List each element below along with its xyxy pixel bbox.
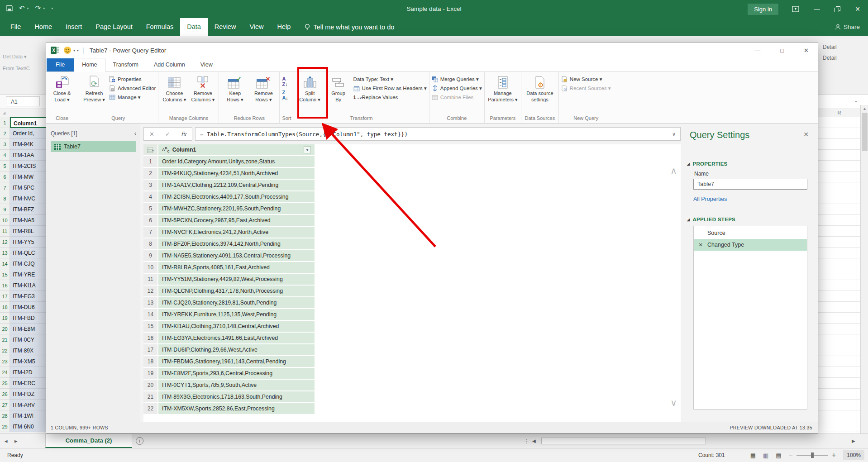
scroll-up-arrow-icon[interactable]: ▲ — [861, 106, 868, 111]
hscroll-left-icon[interactable]: ◀ — [532, 434, 536, 448]
grid-cell[interactable]: ITM-MWHZC,Stationery,2201,95,South,Pendi… — [158, 203, 315, 215]
excel-ribbon-tab[interactable]: Help — [271, 18, 298, 36]
use-first-row-as-headers-button[interactable]: Use First Row as Headers ▾ — [353, 85, 427, 92]
zoom-level[interactable]: 100% — [843, 450, 864, 460]
sort-descending-button[interactable]: ZA↓ — [282, 90, 288, 100]
grid-row[interactable]: 10 ITM-R8LRA,Sports,4085,161,East,Archiv… — [143, 262, 315, 274]
grid-row[interactable]: 8 ITM-BFZ0F,Electronics,3974,142,North,P… — [143, 238, 315, 250]
ribbon-display-options-icon[interactable] — [792, 6, 799, 12]
sort-ascending-button[interactable]: AZ↓ — [282, 76, 288, 87]
formula-expand-icon[interactable]: ∨ — [672, 131, 676, 137]
query-name-input[interactable] — [693, 179, 807, 190]
refresh-preview-button[interactable]: ⟳ Refresh Preview ▾ — [81, 73, 108, 103]
formula-cancel-icon[interactable]: ✕ — [149, 131, 154, 138]
grid-row[interactable]: 20 ITM-0CYT1,Sports,785,9,South,Active — [143, 380, 315, 391]
grid-scroll-up-icon[interactable]: ∧ — [670, 165, 677, 176]
page-layout-view-icon[interactable]: ▥ — [763, 452, 768, 459]
excel-ribbon-tab[interactable]: Data — [180, 18, 208, 36]
replace-values-button[interactable]: 1→2 Replace Values — [353, 94, 427, 101]
append-queries-button[interactable]: Append Queries ▾ — [432, 85, 482, 92]
close-and-load-button[interactable]: Close & Load ▾ — [48, 73, 76, 103]
applied-steps-section-header[interactable]: ◢ APPLIED STEPS — [687, 217, 735, 222]
excel-ribbon-tab[interactable]: Insert — [59, 18, 89, 36]
applied-step-item[interactable]: Source — [694, 227, 807, 239]
restore-button[interactable] — [835, 6, 840, 12]
grid-scroll-down-icon[interactable]: ∨ — [670, 397, 677, 408]
formula-bar-expand-icon[interactable]: ⌄ — [854, 98, 858, 104]
grid-cell[interactable]: ITM-5PCXN,Grocery,2967,95,East,Archived — [158, 215, 315, 227]
zoom-in-button[interactable]: + — [832, 451, 836, 459]
zoom-slider-thumb[interactable] — [811, 452, 814, 458]
grid-row[interactable]: 16 ITM-EG3YA,Electronics,1491,66,East,Ar… — [143, 333, 315, 344]
zoom-out-button[interactable]: − — [789, 451, 793, 459]
zoom-slider[interactable] — [796, 455, 828, 456]
grid-row[interactable]: 7 ITM-NVCFK,Electronics,241,2,North,Acti… — [143, 227, 315, 238]
grid-cell[interactable]: ITM-FBDMG,Stationery,1961,143,Central,Pe… — [158, 356, 315, 368]
grid-row[interactable]: 9 ITM-NA5E5,Stationery,4091,153,Central,… — [143, 250, 315, 262]
grid-row[interactable]: 13 ITM-CJQ20,Stationery,2819,81,South,Pe… — [143, 297, 315, 309]
excel-ribbon-tab[interactable]: File — [4, 18, 28, 36]
remove-step-icon[interactable]: ✕ — [694, 242, 707, 248]
grid-cell[interactable]: ITM-QLCNP,Clothing,4317,178,North,Proces… — [158, 286, 315, 297]
name-box[interactable]: A1 — [6, 96, 40, 106]
grid-row[interactable]: 18 ITM-FBDMG,Stationery,1961,143,Central… — [143, 356, 315, 368]
grid-cell[interactable]: ITM-XM5XW,Sports,2852,86,East,Processing — [158, 403, 315, 415]
page-break-view-icon[interactable]: ▤ — [776, 452, 781, 459]
grid-row[interactable]: 3 ITM-1AA1V,Clothing,2212,109,Central,Pe… — [143, 180, 315, 191]
minimize-button[interactable]: — — [813, 5, 821, 13]
manage-button[interactable]: Manage ▾ — [109, 94, 156, 101]
grid-row[interactable]: 11 ITM-YY51M,Stationery,4429,82,West,Pro… — [143, 274, 315, 286]
formula-commit-icon[interactable]: ✓ — [165, 131, 170, 138]
remove-rows-button[interactable]: ✕ Remove Rows ▾ — [250, 73, 277, 103]
formula-input[interactable]: = Table.TransformColumnTypes(Source,{{"C… — [195, 127, 681, 141]
grid-cell[interactable]: ITM-NVCFK,Electronics,241,2,North,Active — [158, 227, 315, 238]
excel-ribbon-tab[interactable]: Formulas — [139, 18, 180, 36]
add-sheet-button[interactable]: + — [136, 437, 143, 445]
share-button[interactable]: Share — [835, 18, 860, 36]
tell-me-box[interactable]: Tell me what you want to do — [305, 18, 394, 36]
horizontal-scrollbar-thumb[interactable] — [541, 438, 706, 444]
pq-maximize-button[interactable]: □ — [780, 47, 784, 54]
hscroll-right-icon[interactable]: ▶ — [852, 434, 855, 448]
pq-ribbon-tab[interactable]: Add Column — [146, 58, 193, 71]
grid-cell[interactable]: ITM-YREKK,Furniture,1125,135,West,Pendin… — [158, 309, 315, 321]
grid-cell[interactable]: ITM-DU6IP,Clothing,29,66,West,Active — [158, 344, 315, 356]
group-by-button[interactable]: Group By — [325, 73, 352, 103]
tab-scrollbar-splitter[interactable]: ⋮ — [524, 434, 529, 448]
scrollbar-thumb[interactable] — [862, 113, 868, 151]
fx-icon[interactable]: fx — [181, 131, 186, 138]
close-button[interactable]: ✕ — [854, 5, 862, 13]
new-source-button[interactable]: New Source ▾ — [561, 76, 611, 83]
pq-customize-qat-icon[interactable]: ▾ — [77, 48, 79, 52]
grid-cell[interactable]: ITM-R8LRA,Sports,4085,161,East,Archived — [158, 262, 315, 274]
grid-cell[interactable]: ITM-EG3YA,Electronics,1491,66,East,Archi… — [158, 333, 315, 344]
grid-row[interactable]: 15 ITM-KI1AU,Clothing,3710,148,Central,A… — [143, 321, 315, 333]
grid-row[interactable]: 1 Order Id,Category,Amount,Unitys,zone,S… — [143, 156, 315, 168]
manage-parameters-button[interactable]: Manage Parameters ▾ — [487, 73, 519, 103]
select-all-corner-icon[interactable]: ◢ — [3, 111, 5, 115]
grid-row[interactable]: 14 ITM-YREKK,Furniture,1125,135,West,Pen… — [143, 309, 315, 321]
normal-view-icon[interactable]: ▦ — [750, 452, 756, 459]
grid-row[interactable]: 5 ITM-MWHZC,Stationery,2201,95,South,Pen… — [143, 203, 315, 215]
grid-row[interactable]: 6 ITM-5PCXN,Grocery,2967,95,East,Archive… — [143, 215, 315, 227]
grid-column-header[interactable]: ABC Column1 ▾ — [158, 144, 315, 156]
grid-cell[interactable]: ITM-CJQ20,Stationery,2819,81,South,Pendi… — [158, 297, 315, 309]
keep-rows-button[interactable]: ✓ Keep Rows ▾ — [221, 73, 248, 103]
query-list-item[interactable]: Table7 — [51, 141, 136, 152]
sheet-nav-next-icon[interactable]: ▸ — [14, 434, 18, 448]
pq-ribbon-tab[interactable]: View — [193, 58, 220, 71]
remove-columns-button[interactable]: ✕ Remove Columns ▾ — [189, 73, 216, 103]
split-column-button[interactable]: Split Column ▾ — [296, 73, 324, 103]
grid-row[interactable]: 21 ITM-89X3G,Electronics,1718,163,South,… — [143, 391, 315, 403]
pq-minimize-button[interactable]: — — [754, 47, 760, 54]
grid-cell[interactable]: Order Id,Category,Amount,Unitys,zone,Sta… — [158, 156, 315, 168]
excel-vertical-scrollbar[interactable]: ▲ — [860, 105, 868, 433]
smiley-dropdown-icon[interactable]: ▾ — [73, 48, 75, 52]
choose-columns-button[interactable]: Choose Columns ▾ — [161, 73, 188, 103]
data-type-button[interactable]: Data Type: Text ▾ — [353, 76, 427, 83]
grid-cell[interactable]: ITM-E8M2F,Sports,293,6,Central,Processin… — [158, 368, 315, 380]
grid-row[interactable]: 12 ITM-QLCNP,Clothing,4317,178,North,Pro… — [143, 286, 315, 297]
grid-cell[interactable]: ITM-94KUQ,Stationery,4234,51,North,Archi… — [158, 168, 315, 180]
excel-ribbon-tab[interactable]: Home — [28, 18, 59, 36]
advanced-editor-button[interactable]: Advanced Editor — [109, 85, 156, 92]
